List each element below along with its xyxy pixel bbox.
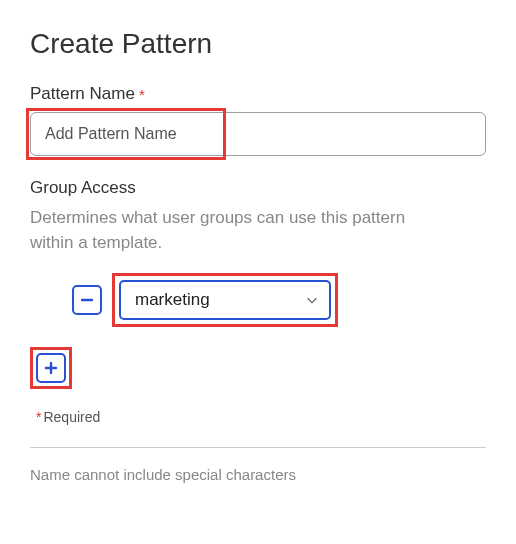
- plus-icon: [43, 360, 59, 376]
- highlight-box: marketing: [112, 273, 338, 327]
- required-note: *Required: [36, 409, 486, 425]
- group-select[interactable]: marketing: [119, 280, 331, 320]
- divider: [30, 447, 486, 448]
- group-access-label-text: Group Access: [30, 178, 136, 198]
- group-access-label: Group Access: [30, 178, 486, 198]
- remove-group-button[interactable]: [72, 285, 102, 315]
- pattern-name-input[interactable]: [30, 112, 486, 156]
- page-title: Create Pattern: [30, 28, 486, 60]
- required-asterisk: *: [139, 86, 145, 103]
- required-note-text: Required: [43, 409, 100, 425]
- pattern-name-label-text: Pattern Name: [30, 84, 135, 104]
- pattern-name-label: Pattern Name *: [30, 84, 486, 104]
- footnote: Name cannot include special characters: [30, 466, 486, 483]
- minus-icon: [79, 292, 95, 308]
- chevron-down-icon: [305, 293, 319, 307]
- group-select-value: marketing: [135, 290, 210, 310]
- required-note-star: *: [36, 409, 41, 425]
- add-group-button[interactable]: [36, 353, 66, 383]
- highlight-box: [30, 347, 72, 389]
- group-access-description: Determines what user groups can use this…: [30, 206, 450, 255]
